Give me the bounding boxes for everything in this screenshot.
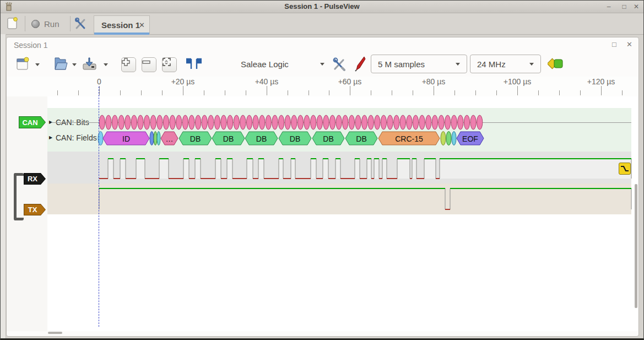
decoder-row-bits-label: CAN: Bits <box>56 118 89 127</box>
ruler-minor-tick <box>622 90 623 95</box>
maximize-button[interactable]: □ <box>620 2 629 11</box>
active-tab-indicator <box>94 33 149 35</box>
ruler-major-tick <box>183 86 183 95</box>
tab-label: Session 1 <box>101 20 140 30</box>
titlebar[interactable]: Session 1 - PulseView – □ ✕ <box>1 1 643 13</box>
window-title: Session 1 - PulseView <box>1 2 643 10</box>
ruler-minor-tick <box>371 90 371 95</box>
can-decoder-tag[interactable]: CAN <box>19 116 46 128</box>
sample-rate-caret <box>529 63 534 66</box>
horizontal-scrollbar-handle[interactable] <box>48 332 62 334</box>
vertical-scrollbar-handle[interactable] <box>635 184 637 308</box>
new-session-icon[interactable] <box>7 17 19 30</box>
ruler-minor-tick <box>141 90 142 95</box>
ruler-major-tick <box>99 86 100 95</box>
sample-count-value: 5 M samples <box>378 60 456 69</box>
rx-tag-label: RX <box>24 175 41 183</box>
expand-arrow-icon[interactable]: ▶ <box>49 120 52 125</box>
main-toolbar: Run Session 1 ✕ <box>1 13 643 35</box>
ruler-minor-tick <box>329 90 329 95</box>
ruler-label: +80 µs <box>409 77 458 86</box>
ruler-minor-tick <box>120 90 121 95</box>
subwindow-restore-icon[interactable]: □ <box>612 40 616 48</box>
subwindow-title: Session 1 <box>14 41 47 50</box>
device-dropdown-caret[interactable] <box>320 63 324 66</box>
ruler-major-tick <box>350 86 350 95</box>
ruler-major-tick <box>517 86 518 95</box>
zoom-fit-button[interactable] <box>162 57 177 72</box>
run-button[interactable]: Run <box>31 17 66 31</box>
ruler-minor-tick <box>288 90 288 95</box>
device-selector[interactable]: Saleae Logic <box>241 60 289 69</box>
sample-rate-select[interactable]: 24 MHz <box>470 55 541 73</box>
tx-tag-label: TX <box>24 206 41 214</box>
tab-session-1[interactable]: Session 1 ✕ <box>94 15 150 35</box>
ruler-label: +100 µs <box>493 77 542 86</box>
new-dropdown-caret[interactable] <box>35 63 40 66</box>
tab-close-icon[interactable]: ✕ <box>139 21 145 29</box>
ruler-minor-tick <box>246 90 246 95</box>
plus-icon <box>122 58 130 66</box>
trigger-marker-falling-edge[interactable] <box>619 163 631 175</box>
close-button[interactable]: ✕ <box>632 2 641 11</box>
ruler-minor-tick <box>559 90 560 95</box>
time-cursor-line[interactable] <box>99 87 99 327</box>
ruler-label: +40 µs <box>242 77 291 86</box>
run-led-icon <box>31 20 40 28</box>
subwindow-close-icon[interactable]: ✕ <box>626 40 632 48</box>
ruler-major-tick <box>434 86 434 95</box>
decoder-row-fields-label: CAN: Fields <box>56 133 97 142</box>
sample-count-caret <box>456 63 460 66</box>
settings-tools-icon[interactable] <box>74 17 88 30</box>
ruler-minor-tick <box>454 90 455 95</box>
ruler-label: +120 µs <box>576 77 626 86</box>
minimize-button[interactable]: – <box>604 2 613 11</box>
ruler-minor-tick <box>57 90 58 95</box>
sample-count-select[interactable]: 5 M samples <box>371 55 467 73</box>
ruler-minor-tick <box>413 90 413 95</box>
ruler-minor-tick <box>162 90 163 95</box>
zoom-in-button[interactable] <box>121 57 136 72</box>
ruler-minor-tick <box>204 90 204 95</box>
fit-corners-icon <box>163 58 171 66</box>
ruler-label: 0 <box>74 77 124 86</box>
ruler-major-tick <box>267 86 267 95</box>
ruler-minor-tick <box>580 90 581 95</box>
ruler-minor-tick <box>78 90 79 95</box>
expand-arrow-icon[interactable]: ▶ <box>49 135 52 140</box>
ruler-minor-tick <box>538 90 539 95</box>
ruler-minor-tick <box>309 90 309 95</box>
toolbar-separator <box>70 16 71 31</box>
tx-row-background <box>47 184 631 214</box>
ruler-minor-tick <box>392 90 392 95</box>
minus-icon <box>142 58 150 66</box>
mdi-left-edge <box>1 34 6 338</box>
sample-rate-value: 24 MHz <box>477 60 529 69</box>
ruler-minor-tick <box>475 90 476 95</box>
application-window: Session 1 - PulseView – □ ✕ Run Session … <box>0 0 644 340</box>
can-tag-label: CAN <box>19 118 41 127</box>
run-label: Run <box>44 19 59 29</box>
channel-group-bracket[interactable] <box>14 173 24 220</box>
ruler-minor-tick <box>225 90 225 95</box>
ruler-minor-tick <box>496 90 497 95</box>
ruler-major-tick <box>601 86 602 95</box>
ruler-label: +60 µs <box>325 77 375 86</box>
rx-row-background <box>47 152 631 184</box>
ruler-label: +20 µs <box>158 77 208 86</box>
decoder-rows-background <box>47 108 631 152</box>
toolbar-separator <box>25 16 25 31</box>
save-dropdown-caret[interactable] <box>104 63 108 66</box>
zoom-out-button[interactable] <box>142 57 156 72</box>
open-dropdown-caret[interactable] <box>72 63 77 66</box>
